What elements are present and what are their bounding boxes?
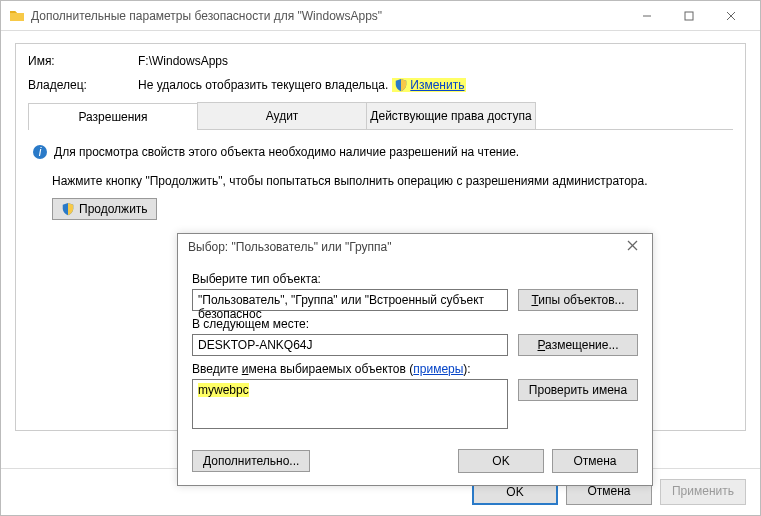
examples-link[interactable]: примеры bbox=[413, 362, 463, 376]
close-button[interactable] bbox=[710, 2, 752, 30]
object-names-input[interactable]: mywebpc bbox=[192, 379, 508, 429]
window-title: Дополнительные параметры безопасности дл… bbox=[31, 9, 626, 23]
continue-button-label: Продолжить bbox=[79, 202, 148, 216]
owner-row: Владелец: Не удалось отобразить текущего… bbox=[28, 78, 733, 92]
select-user-group-dialog: Выбор: "Пользователь" или "Группа" Выбер… bbox=[177, 233, 653, 486]
object-type-label: Выберите тип объекта: bbox=[192, 272, 638, 286]
dialog-footer: Дополнительно... OK Отмена bbox=[178, 441, 652, 485]
dialog-ok-button[interactable]: OK bbox=[458, 449, 544, 473]
window-controls bbox=[626, 2, 752, 30]
change-owner-link[interactable]: Изменить bbox=[410, 78, 464, 92]
owner-value: Не удалось отобразить текущего владельца… bbox=[138, 78, 388, 92]
tab-pane-permissions: i Для просмотра свойств этого объекта не… bbox=[28, 130, 733, 224]
name-row: Имя: F:\WindowsApps bbox=[28, 54, 733, 68]
info-row: i Для просмотра свойств этого объекта не… bbox=[32, 144, 729, 160]
info-text: Для просмотра свойств этого объекта необ… bbox=[54, 145, 519, 159]
content-area: Имя: F:\WindowsApps Владелец: Не удалось… bbox=[1, 31, 760, 468]
tab-effective-access[interactable]: Действующие права доступа bbox=[366, 102, 536, 129]
apply-button[interactable]: Применить bbox=[660, 479, 746, 505]
name-label: Имя: bbox=[28, 54, 138, 68]
minimize-button[interactable] bbox=[626, 2, 668, 30]
owner-label: Владелец: bbox=[28, 78, 138, 92]
continue-button[interactable]: Продолжить bbox=[52, 198, 157, 220]
instruction-text: Нажмите кнопку "Продолжить", чтобы попыт… bbox=[52, 174, 729, 188]
dialog-close-button[interactable] bbox=[623, 240, 642, 254]
folder-icon bbox=[9, 8, 25, 24]
svg-rect-1 bbox=[685, 12, 693, 20]
check-names-button[interactable]: Проверить имена bbox=[518, 379, 638, 401]
location-label: В следующем месте: bbox=[192, 317, 638, 331]
object-type-field[interactable]: "Пользователь", "Группа" или "Встроенный… bbox=[192, 289, 508, 311]
maximize-button[interactable] bbox=[668, 2, 710, 30]
shield-icon bbox=[394, 78, 408, 92]
tabs: Разрешения Аудит Действующие права досту… bbox=[28, 102, 733, 130]
object-names-label: Введите имена выбираемых объектов (приме… bbox=[192, 362, 638, 376]
object-types-button[interactable]: ТТипы объектов...ипы объектов... bbox=[518, 289, 638, 311]
tab-permissions[interactable]: Разрешения bbox=[28, 103, 198, 130]
object-names-value: mywebpc bbox=[198, 383, 249, 397]
dialog-titlebar: Выбор: "Пользователь" или "Группа" bbox=[178, 234, 652, 260]
dialog-body: Выберите тип объекта: "Пользователь", "Г… bbox=[178, 260, 652, 441]
location-field[interactable]: DESKTOP-ANKQ64J bbox=[192, 334, 508, 356]
owner-change-highlight: Изменить bbox=[392, 78, 466, 92]
advanced-button[interactable]: Дополнительно... bbox=[192, 450, 310, 472]
locations-button[interactable]: Размещение... bbox=[518, 334, 638, 356]
svg-text:i: i bbox=[39, 145, 42, 159]
tab-audit[interactable]: Аудит bbox=[197, 102, 367, 129]
info-icon: i bbox=[32, 144, 48, 160]
titlebar: Дополнительные параметры безопасности дл… bbox=[1, 1, 760, 31]
name-value: F:\WindowsApps bbox=[138, 54, 228, 68]
dialog-title: Выбор: "Пользователь" или "Группа" bbox=[188, 240, 392, 254]
advanced-security-window: Дополнительные параметры безопасности дл… bbox=[0, 0, 761, 516]
shield-icon bbox=[61, 202, 75, 216]
dialog-cancel-button[interactable]: Отмена bbox=[552, 449, 638, 473]
